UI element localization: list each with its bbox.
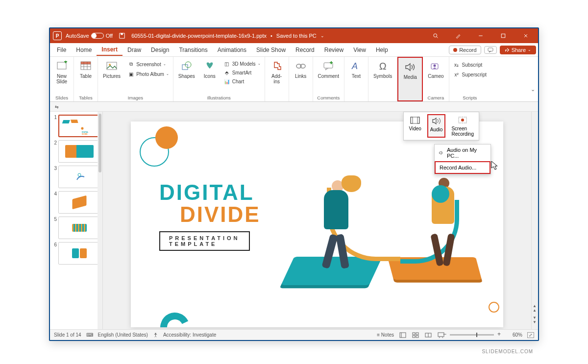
scroll-down-dbl-icon[interactable]: ▼▼ [533,315,537,324]
menu-file[interactable]: File [52,45,71,55]
menu-record[interactable]: Record [291,45,319,55]
fit-button[interactable]: ⤢ [527,332,534,338]
text-button[interactable]: A Text [347,59,365,80]
save-icon[interactable] [117,32,127,39]
chart-button[interactable]: 📊Chart [222,77,262,85]
menu-animations[interactable]: Animations [213,45,251,55]
media-button[interactable]: Media [401,60,419,81]
language-status[interactable]: English (United States) [98,332,148,338]
close-button[interactable] [516,28,535,43]
subscript-button[interactable]: x₂Subscript [452,61,488,69]
record-button[interactable]: Record [449,46,481,54]
zoom-slider[interactable] [450,334,494,336]
cameo-button[interactable]: Cameo [426,59,445,80]
shapes-button[interactable]: Shapes [176,59,197,80]
comment-button[interactable]: Comment [316,59,341,80]
ribbon-group-links: Links [289,57,313,101]
app-window: P AutoSave Off 60555-01-digital-divide-p… [49,27,539,341]
svg-point-30 [78,173,81,176]
thumbs-scrollbar[interactable] [98,112,102,329]
language-icon[interactable]: ⌨ [86,332,93,338]
pen-icon[interactable] [449,28,467,43]
svg-point-36 [155,333,156,334]
photo-album-icon: ▣ [127,71,134,77]
ribbon-group-illustrations: Shapes Icons ◫3D Models⌄ ⬘SmartArt 📊Char… [173,57,265,101]
smartart-button[interactable]: ⬘SmartArt [222,69,262,76]
accessibility-status[interactable]: Accessibility: Investigate [163,332,216,338]
menu-help[interactable]: Help [371,45,393,55]
thumb-slide-2[interactable] [58,140,100,163]
slide-title-1[interactable]: DIGITAL [159,180,254,205]
comments-pane-button[interactable] [484,46,497,54]
slide-position[interactable]: Slide 1 of 14 [54,332,81,338]
share-button[interactable]: Share⌄ [500,46,536,54]
ribbon-collapse-icon[interactable]: ⌄ [531,86,535,93]
table-button[interactable]: Table [77,59,95,80]
maximize-button[interactable] [494,28,513,43]
3d-models-button[interactable]: ◫3D Models⌄ [222,60,262,68]
shapes-icon [180,60,193,73]
accessibility-icon[interactable] [153,332,158,338]
svg-line-3 [437,37,438,38]
menu-review[interactable]: Review [319,45,348,55]
smartart-icon: ⬘ [223,69,230,76]
links-button[interactable]: Links [292,59,310,80]
autosave-state: Off [106,33,113,39]
thumb-slide-5[interactable] [58,217,100,239]
thumb-slide-1[interactable]: DIGITALDIVIDE [58,115,100,137]
symbols-button[interactable]: Ω Symbols [371,59,394,80]
menu-slideshow[interactable]: Slide Show [251,45,291,55]
menu-design[interactable]: Design [146,45,174,55]
text-icon: A [350,60,363,73]
video-icon [409,115,421,125]
autosave-toggle[interactable]: AutoSave Off [66,33,113,39]
pictures-button[interactable]: Pictures [101,59,122,80]
menubar: File Home Insert Draw Design Transitions… [50,43,538,57]
watermark: SLIDEMODEL.COM [482,349,533,354]
addins-button[interactable]: Add- ins [268,59,286,85]
record-audio-item[interactable]: Record Audio... [435,161,490,174]
search-icon[interactable] [426,28,445,43]
reading-view-button[interactable] [424,332,432,339]
toggle-icon[interactable] [91,33,104,39]
svg-rect-8 [488,48,493,51]
screen-recording-button[interactable]: Screen Recording [449,114,476,138]
powerpoint-icon: P [53,31,62,40]
menu-insert[interactable]: Insert [97,44,122,56]
video-button[interactable]: Video [407,114,423,138]
sorter-view-button[interactable] [412,332,419,339]
thumb-slide-4[interactable] [58,191,100,214]
photo-album-button[interactable]: ▣Photo Album⌄ [126,70,170,78]
screenshot-button[interactable]: ⧉Screenshot⌄ [126,60,170,68]
vertical-scrollbar[interactable]: ▲▲ ▼▼ [531,112,538,329]
audio-button[interactable]: Audio [427,114,446,138]
thumb-slide-3[interactable] [58,166,100,188]
thumbnail-panel[interactable]: 1 DIGITALDIVIDE 2 3 4 5 6 [50,112,103,329]
media-dropdown: Video Audio Screen Recording [403,112,479,141]
audio-on-pc-item[interactable]: Audio on My PC... [435,145,490,161]
new-slide-button[interactable]: New Slide [53,59,71,85]
menu-view[interactable]: View [348,45,371,55]
chart-icon: 📊 [223,78,230,85]
scroll-up-dbl-icon[interactable]: ▲▲ [533,304,537,313]
slide-canvas[interactable]: DIGITAL DIVIDE PRESENTATIONTEMPLATE [103,112,531,329]
menu-transitions[interactable]: Transitions [174,45,212,55]
minimize-button[interactable] [471,28,490,43]
zoom-level[interactable]: 60% [513,332,522,338]
slide-subtitle[interactable]: PRESENTATIONTEMPLATE [159,231,250,251]
svg-rect-1 [121,33,123,35]
icons-button[interactable]: Icons [201,59,219,80]
slide-title-2[interactable]: DIVIDE [180,202,261,227]
superscript-button[interactable]: x²Superscript [452,71,488,78]
menu-home[interactable]: Home [71,45,97,55]
svg-rect-42 [416,336,418,338]
document-title: 60555-01-digital-divide-powerpoint-templ… [131,33,267,39]
cursor-icon [491,161,499,170]
cameo-icon [429,60,442,73]
thumb-slide-6[interactable] [58,242,100,265]
ribbon: New Slide Slides Table Tables Pictures [50,57,538,102]
normal-view-button[interactable] [399,332,407,339]
qat-overflow-icon[interactable]: ⇆ [55,104,59,109]
menu-draw[interactable]: Draw [122,45,146,55]
notes-button[interactable]: ≡ Notes [377,332,394,338]
